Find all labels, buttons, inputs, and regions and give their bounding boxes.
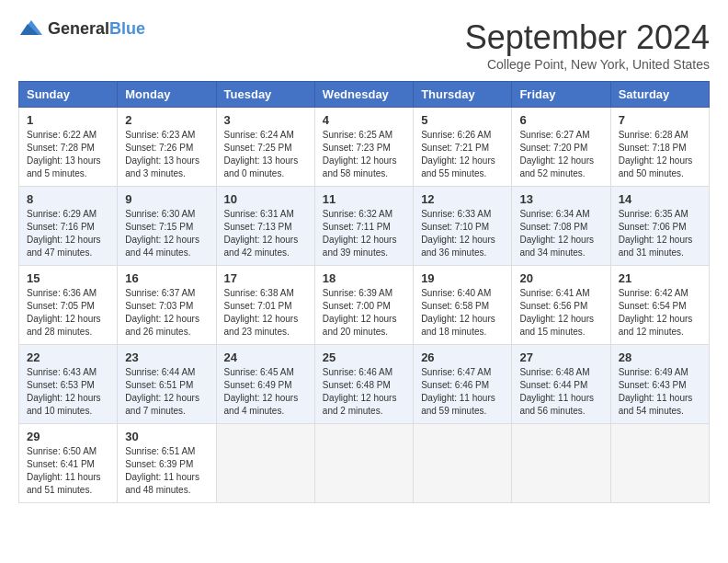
day-info: Sunrise: 6:36 AMSunset: 7:05 PMDaylight:… <box>27 287 109 339</box>
day-number: 26 <box>421 350 504 364</box>
day-number: 16 <box>125 271 208 285</box>
col-monday: Monday <box>118 82 216 108</box>
day-number: 25 <box>323 350 405 364</box>
table-row <box>512 424 610 503</box>
col-sunday: Sunday <box>19 82 118 108</box>
col-wednesday: Wednesday <box>314 82 413 108</box>
table-row: 19Sunrise: 6:40 AMSunset: 6:58 PMDayligh… <box>414 266 512 345</box>
calendar-header-row: Sunday Monday Tuesday Wednesday Thursday… <box>19 82 710 108</box>
day-info: Sunrise: 6:32 AMSunset: 7:11 PMDaylight:… <box>323 208 405 259</box>
day-number: 29 <box>27 430 109 443</box>
day-number: 28 <box>619 350 701 364</box>
day-number: 5 <box>421 113 504 127</box>
day-number: 30 <box>125 430 208 443</box>
month-title: September 2024 <box>465 18 710 57</box>
day-info: Sunrise: 6:43 AMSunset: 6:53 PMDaylight:… <box>27 366 109 418</box>
table-row: 12Sunrise: 6:33 AMSunset: 7:10 PMDayligh… <box>414 187 512 266</box>
calendar-table: Sunday Monday Tuesday Wednesday Thursday… <box>18 81 710 503</box>
day-info: Sunrise: 6:35 AMSunset: 7:06 PMDaylight:… <box>619 208 701 259</box>
day-number: 9 <box>125 192 208 206</box>
table-row: 11Sunrise: 6:32 AMSunset: 7:11 PMDayligh… <box>314 187 413 266</box>
day-number: 4 <box>323 113 405 127</box>
table-row: 3Sunrise: 6:24 AMSunset: 7:25 PMDaylight… <box>216 108 314 187</box>
table-row: 25Sunrise: 6:46 AMSunset: 6:48 PMDayligh… <box>314 345 413 424</box>
day-number: 2 <box>125 113 208 127</box>
table-row: 29Sunrise: 6:50 AMSunset: 6:41 PMDayligh… <box>19 424 118 503</box>
col-friday: Friday <box>512 82 610 108</box>
table-row: 24Sunrise: 6:45 AMSunset: 6:49 PMDayligh… <box>216 345 314 424</box>
calendar-week-row: 29Sunrise: 6:50 AMSunset: 6:41 PMDayligh… <box>19 424 710 503</box>
table-row: 28Sunrise: 6:49 AMSunset: 6:43 PMDayligh… <box>610 345 709 424</box>
day-number: 19 <box>421 271 504 285</box>
table-row: 1Sunrise: 6:22 AMSunset: 7:28 PMDaylight… <box>19 108 118 187</box>
day-number: 27 <box>519 350 602 364</box>
col-saturday: Saturday <box>610 82 709 108</box>
logo-general: GeneralBlue <box>48 20 145 38</box>
table-row: 13Sunrise: 6:34 AMSunset: 7:08 PMDayligh… <box>512 187 610 266</box>
day-number: 18 <box>323 271 405 285</box>
day-info: Sunrise: 6:47 AMSunset: 6:46 PMDaylight:… <box>421 366 504 418</box>
table-row: 14Sunrise: 6:35 AMSunset: 7:06 PMDayligh… <box>610 187 709 266</box>
table-row <box>610 424 709 503</box>
day-info: Sunrise: 6:44 AMSunset: 6:51 PMDaylight:… <box>125 366 208 418</box>
day-number: 22 <box>27 350 109 364</box>
day-info: Sunrise: 6:30 AMSunset: 7:15 PMDaylight:… <box>125 208 208 259</box>
calendar-week-row: 15Sunrise: 6:36 AMSunset: 7:05 PMDayligh… <box>19 266 710 345</box>
day-info: Sunrise: 6:26 AMSunset: 7:21 PMDaylight:… <box>421 129 504 180</box>
table-row: 4Sunrise: 6:25 AMSunset: 7:23 PMDaylight… <box>314 108 413 187</box>
day-info: Sunrise: 6:51 AMSunset: 6:39 PMDaylight:… <box>125 445 208 497</box>
day-info: Sunrise: 6:31 AMSunset: 7:13 PMDaylight:… <box>224 208 307 259</box>
day-number: 20 <box>519 271 602 285</box>
day-info: Sunrise: 6:34 AMSunset: 7:08 PMDaylight:… <box>519 208 602 259</box>
table-row: 7Sunrise: 6:28 AMSunset: 7:18 PMDaylight… <box>610 108 709 187</box>
day-info: Sunrise: 6:48 AMSunset: 6:44 PMDaylight:… <box>519 366 602 418</box>
day-number: 13 <box>519 192 602 206</box>
calendar-week-row: 22Sunrise: 6:43 AMSunset: 6:53 PMDayligh… <box>19 345 710 424</box>
day-number: 10 <box>224 192 307 206</box>
table-row: 8Sunrise: 6:29 AMSunset: 7:16 PMDaylight… <box>19 187 118 266</box>
day-info: Sunrise: 6:49 AMSunset: 6:43 PMDaylight:… <box>619 366 701 418</box>
table-row: 15Sunrise: 6:36 AMSunset: 7:05 PMDayligh… <box>19 266 118 345</box>
day-number: 11 <box>323 192 405 206</box>
logo: GeneralBlue <box>18 18 145 39</box>
day-info: Sunrise: 6:29 AMSunset: 7:16 PMDaylight:… <box>27 208 109 259</box>
location: College Point, New York, United States <box>465 57 710 72</box>
title-area: September 2024 College Point, New York, … <box>465 18 710 72</box>
day-number: 24 <box>224 350 307 364</box>
day-number: 15 <box>27 271 109 285</box>
calendar-week-row: 1Sunrise: 6:22 AMSunset: 7:28 PMDaylight… <box>19 108 710 187</box>
day-number: 14 <box>619 192 701 206</box>
table-row: 27Sunrise: 6:48 AMSunset: 6:44 PMDayligh… <box>512 345 610 424</box>
day-number: 3 <box>224 113 307 127</box>
table-row: 9Sunrise: 6:30 AMSunset: 7:15 PMDaylight… <box>118 187 216 266</box>
day-number: 12 <box>421 192 504 206</box>
day-number: 17 <box>224 271 307 285</box>
table-row: 22Sunrise: 6:43 AMSunset: 6:53 PMDayligh… <box>19 345 118 424</box>
day-info: Sunrise: 6:40 AMSunset: 6:58 PMDaylight:… <box>421 287 504 339</box>
day-info: Sunrise: 6:42 AMSunset: 6:54 PMDaylight:… <box>619 287 701 339</box>
day-number: 23 <box>125 350 208 364</box>
day-info: Sunrise: 6:39 AMSunset: 7:00 PMDaylight:… <box>323 287 405 339</box>
table-row: 10Sunrise: 6:31 AMSunset: 7:13 PMDayligh… <box>216 187 314 266</box>
table-row: 30Sunrise: 6:51 AMSunset: 6:39 PMDayligh… <box>118 424 216 503</box>
table-row: 5Sunrise: 6:26 AMSunset: 7:21 PMDaylight… <box>414 108 512 187</box>
day-info: Sunrise: 6:23 AMSunset: 7:26 PMDaylight:… <box>125 129 208 180</box>
table-row <box>414 424 512 503</box>
day-info: Sunrise: 6:28 AMSunset: 7:18 PMDaylight:… <box>619 129 701 180</box>
table-row <box>216 424 314 503</box>
col-tuesday: Tuesday <box>216 82 314 108</box>
day-info: Sunrise: 6:27 AMSunset: 7:20 PMDaylight:… <box>519 129 602 180</box>
logo-icon <box>18 18 44 39</box>
table-row: 20Sunrise: 6:41 AMSunset: 6:56 PMDayligh… <box>512 266 610 345</box>
table-row <box>314 424 413 503</box>
day-info: Sunrise: 6:33 AMSunset: 7:10 PMDaylight:… <box>421 208 504 259</box>
table-row: 23Sunrise: 6:44 AMSunset: 6:51 PMDayligh… <box>118 345 216 424</box>
table-row: 16Sunrise: 6:37 AMSunset: 7:03 PMDayligh… <box>118 266 216 345</box>
day-number: 21 <box>619 271 701 285</box>
day-number: 1 <box>27 113 109 127</box>
day-info: Sunrise: 6:46 AMSunset: 6:48 PMDaylight:… <box>323 366 405 418</box>
table-row: 21Sunrise: 6:42 AMSunset: 6:54 PMDayligh… <box>610 266 709 345</box>
day-info: Sunrise: 6:25 AMSunset: 7:23 PMDaylight:… <box>323 129 405 180</box>
calendar-week-row: 8Sunrise: 6:29 AMSunset: 7:16 PMDaylight… <box>19 187 710 266</box>
day-number: 6 <box>519 113 602 127</box>
